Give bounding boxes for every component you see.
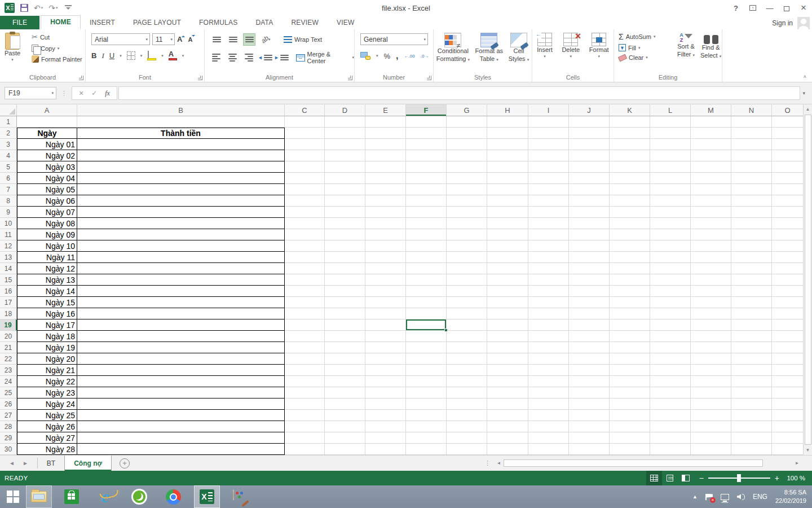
cell-C15[interactable] [285,274,325,286]
taskbar-excel[interactable]: X [194,485,220,508]
cell-M1[interactable] [691,116,731,128]
row-header-27[interactable]: 27 [0,410,17,421]
cell-F10[interactable] [406,218,447,229]
cell-D7[interactable] [325,184,365,195]
cell-J13[interactable] [569,252,610,263]
cell-C25[interactable] [285,387,325,398]
cell-O23[interactable] [772,365,803,376]
cell-C29[interactable] [285,432,325,444]
row-header-8[interactable]: 8 [0,195,17,207]
col-header-D[interactable]: D [325,104,365,116]
cell-G20[interactable] [447,331,487,342]
cell-K15[interactable] [610,274,650,286]
cell-A27[interactable]: Ngày 25 [17,410,77,421]
cell-E22[interactable] [365,353,406,365]
cell-N27[interactable] [731,410,772,421]
cell-A7[interactable]: Ngày 05 [17,184,77,195]
cell-N21[interactable] [731,342,772,353]
cell-B13[interactable] [77,252,285,263]
cell-D5[interactable] [325,161,365,173]
cell-K10[interactable] [610,218,650,229]
cell-L24[interactable] [650,376,691,387]
cell-L14[interactable] [650,263,691,274]
cell-N14[interactable] [731,263,772,274]
cell-I10[interactable] [528,218,569,229]
excel-app-icon[interactable]: X [5,3,15,13]
cell-M29[interactable] [691,432,731,444]
merge-center-button[interactable]: ↔Merge & Center▾ [296,51,354,64]
cell-J2[interactable] [569,128,610,139]
row-header-18[interactable]: 18 [0,308,17,319]
cell-M10[interactable] [691,218,731,229]
cell-A19[interactable]: Ngày 17 [17,319,77,331]
cell-I23[interactable] [528,365,569,376]
taskbar-windows-store[interactable] [59,485,85,508]
cell-G28[interactable] [447,421,487,432]
network-icon[interactable] [721,494,729,500]
paste-button[interactable]: Paste ▾ [5,33,20,63]
cell-O17[interactable] [772,297,803,308]
cell-G22[interactable] [447,353,487,365]
cell-G3[interactable] [447,139,487,150]
increase-font-size-button[interactable]: A [177,35,182,43]
cell-A17[interactable]: Ngày 15 [17,297,77,308]
cell-C9[interactable] [285,207,325,218]
cell-M3[interactable] [691,139,731,150]
tab-view[interactable]: VIEW [328,16,363,29]
cell-A24[interactable]: Ngày 22 [17,376,77,387]
cell-A18[interactable]: Ngày 16 [17,308,77,319]
cell-C11[interactable] [285,229,325,240]
row-header-19[interactable]: 19 [0,319,17,331]
cell-F15[interactable] [406,274,447,286]
show-hidden-icons[interactable]: ▲ [692,494,698,500]
cell-M20[interactable] [691,331,731,342]
insert-function-button[interactable]: fx [105,89,110,98]
cell-H22[interactable] [487,353,528,365]
next-sheet-icon[interactable]: ► [23,460,28,466]
scroll-up-icon[interactable]: ▲ [804,104,812,114]
cell-D25[interactable] [325,387,365,398]
cell-J6[interactable] [569,173,610,184]
cell-L25[interactable] [650,387,691,398]
cell-G19[interactable] [447,319,487,331]
col-header-C[interactable]: C [285,104,325,116]
row-header-4[interactable]: 4 [0,150,17,161]
save-icon[interactable] [20,4,28,12]
cell-H14[interactable] [487,263,528,274]
cell-A8[interactable]: Ngày 06 [17,195,77,207]
cell-F22[interactable] [406,353,447,365]
cell-J26[interactable] [569,398,610,410]
cell-H30[interactable] [487,444,528,455]
new-sheet-button[interactable]: + [120,458,130,468]
cell-G18[interactable] [447,308,487,319]
cell-M13[interactable] [691,252,731,263]
cell-L15[interactable] [650,274,691,286]
cell-A4[interactable]: Ngày 02 [17,150,77,161]
cell-L17[interactable] [650,297,691,308]
cell-A16[interactable]: Ngày 14 [17,286,77,297]
cell-H8[interactable] [487,195,528,207]
cell-F6[interactable] [406,173,447,184]
cell-J20[interactable] [569,331,610,342]
cell-B9[interactable] [77,207,285,218]
cell-F20[interactable] [406,331,447,342]
col-header-M[interactable]: M [691,104,731,116]
cell-A15[interactable]: Ngày 13 [17,274,77,286]
cell-O21[interactable] [772,342,803,353]
cell-K28[interactable] [610,421,650,432]
cell-L13[interactable] [650,252,691,263]
cell-F5[interactable] [406,161,447,173]
row-header-15[interactable]: 15 [0,274,17,286]
cell-I20[interactable] [528,331,569,342]
cell-D11[interactable] [325,229,365,240]
cell-I16[interactable] [528,286,569,297]
cell-L5[interactable] [650,161,691,173]
top-align-button[interactable] [210,33,223,46]
taskbar-coc-coc[interactable] [126,485,152,508]
cell-K8[interactable] [610,195,650,207]
cell-C5[interactable] [285,161,325,173]
align-left-button[interactable] [210,51,223,64]
cell-O14[interactable] [772,263,803,274]
cell-F8[interactable] [406,195,447,207]
cell-A23[interactable]: Ngày 21 [17,365,77,376]
